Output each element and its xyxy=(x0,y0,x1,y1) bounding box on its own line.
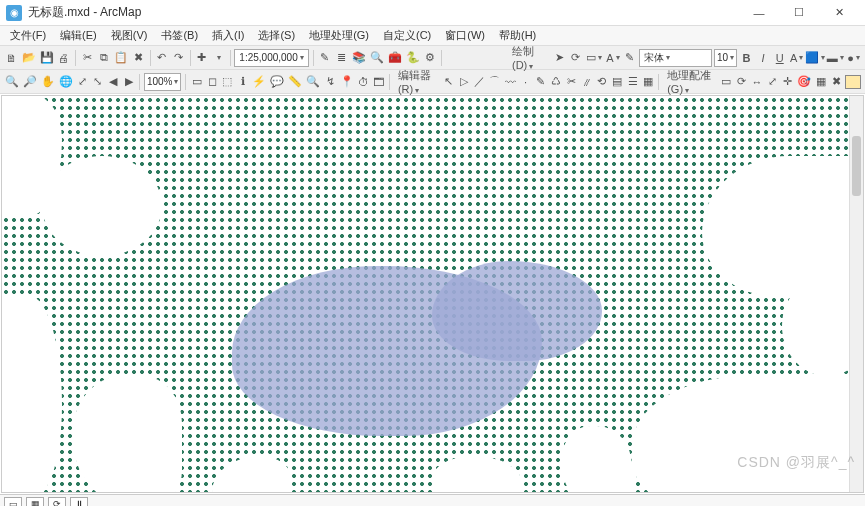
pan-icon[interactable]: ✋ xyxy=(40,73,56,91)
menu-edit[interactable]: 编辑(E) xyxy=(54,26,103,45)
edit-tool-icon[interactable]: ↖ xyxy=(442,73,455,91)
scrollbar-thumb[interactable] xyxy=(852,136,861,196)
open-icon[interactable]: 📂 xyxy=(21,49,37,67)
undo-icon[interactable]: ↶ xyxy=(154,49,169,67)
italic-button[interactable]: I xyxy=(756,49,771,67)
trace-icon[interactable]: 〰 xyxy=(503,73,516,91)
map-canvas[interactable]: CSDN @羽展^_^ xyxy=(1,95,864,493)
clear-selection-icon[interactable]: ◻ xyxy=(205,73,218,91)
cut-polygon-icon[interactable]: ✂ xyxy=(565,73,578,91)
zoom-in-icon[interactable]: 🔍 xyxy=(4,73,20,91)
pause-draw-button[interactable]: ⏸ xyxy=(70,497,88,507)
menu-window[interactable]: 窗口(W) xyxy=(439,26,491,45)
python-icon[interactable]: 🐍 xyxy=(405,49,421,67)
editor-menu-label[interactable]: 编辑器(R) xyxy=(398,68,436,95)
measure-icon[interactable]: 📏 xyxy=(287,73,303,91)
georef-auto-icon[interactable]: 🎯 xyxy=(796,73,812,91)
close-button[interactable]: ✕ xyxy=(819,0,859,26)
attributes-icon[interactable]: ▤ xyxy=(611,73,624,91)
select-elements-icon[interactable]: ⬚ xyxy=(221,73,234,91)
font-color-button[interactable]: A xyxy=(789,49,804,67)
next-extent-icon[interactable]: ▶ xyxy=(122,73,135,91)
menu-view[interactable]: 视图(V) xyxy=(105,26,154,45)
layout-view-tab[interactable]: ▦ xyxy=(26,497,44,507)
toc-icon[interactable]: ≣ xyxy=(334,49,349,67)
zoom-percent-input[interactable]: 100% xyxy=(144,73,182,91)
rotate-tool-icon[interactable]: ⟲ xyxy=(595,73,608,91)
find-route-icon[interactable]: ↯ xyxy=(323,73,336,91)
create-features-icon[interactable]: ▦ xyxy=(641,73,654,91)
create-viewer-icon[interactable]: 🗔 xyxy=(372,73,385,91)
marker-color-button[interactable]: ● xyxy=(846,49,861,67)
menu-select[interactable]: 选择(S) xyxy=(252,26,301,45)
menu-insert[interactable]: 插入(I) xyxy=(206,26,250,45)
add-data-icon[interactable]: ✚ xyxy=(194,49,209,67)
redo-icon[interactable]: ↷ xyxy=(171,49,186,67)
georef-color-swatch[interactable] xyxy=(845,75,861,89)
font-size-select[interactable]: 10 xyxy=(714,49,737,67)
html-popup-icon[interactable]: 💬 xyxy=(269,73,285,91)
maximize-button[interactable]: ☐ xyxy=(779,0,819,26)
select-features-icon[interactable]: ▭ xyxy=(190,73,203,91)
georef-rotate-icon[interactable]: ⟳ xyxy=(735,73,748,91)
underline-button[interactable]: U xyxy=(772,49,787,67)
reshape-icon[interactable]: ♺ xyxy=(549,73,562,91)
minimize-button[interactable]: — xyxy=(739,0,779,26)
georef-scale-icon[interactable]: ⤢ xyxy=(766,73,779,91)
print-icon[interactable]: 🖨 xyxy=(57,49,72,67)
rotate-icon[interactable]: ⟳ xyxy=(569,49,584,67)
delete-icon[interactable]: ✖ xyxy=(131,49,146,67)
menu-geoprocessing[interactable]: 地理处理(G) xyxy=(303,26,375,45)
menu-bookmarks[interactable]: 书签(B) xyxy=(155,26,204,45)
cut-icon[interactable]: ✂ xyxy=(80,49,95,67)
toolbox-icon[interactable]: 🧰 xyxy=(387,49,403,67)
editor-toolbar-icon[interactable]: ✎ xyxy=(318,49,333,67)
fixed-zoom-in-icon[interactable]: ⤢ xyxy=(76,73,89,91)
fill-color-button[interactable]: 🟦 xyxy=(806,49,824,67)
menu-file[interactable]: 文件(F) xyxy=(4,26,52,45)
hyperlink-icon[interactable]: ⚡ xyxy=(251,73,267,91)
bold-button[interactable]: B xyxy=(739,49,754,67)
scale-input[interactable]: 1:25,000,000 xyxy=(234,49,308,67)
goto-xy-icon[interactable]: 📍 xyxy=(339,73,355,91)
paste-icon[interactable]: 📋 xyxy=(113,49,129,67)
time-slider-icon[interactable]: ⏱ xyxy=(357,73,370,91)
pointer-icon[interactable]: ➤ xyxy=(552,49,567,67)
zoom-out-icon[interactable]: 🔎 xyxy=(22,73,38,91)
sketch-props-icon[interactable]: ☰ xyxy=(626,73,639,91)
full-extent-icon[interactable]: 🌐 xyxy=(58,73,74,91)
draw-menu-label[interactable]: 绘制(D) xyxy=(512,44,546,71)
search-icon[interactable]: 🔍 xyxy=(369,49,385,67)
new-icon[interactable]: 🗎 xyxy=(4,49,19,67)
modelbuilder-icon[interactable]: ⚙ xyxy=(423,49,438,67)
georef-shift-icon[interactable]: ↔ xyxy=(750,73,763,91)
georef-layer-icon[interactable]: ▭ xyxy=(720,73,733,91)
refresh-button[interactable]: ⟳ xyxy=(48,497,66,507)
save-icon[interactable]: 💾 xyxy=(39,49,55,67)
georef-link-icon[interactable]: ✛ xyxy=(781,73,794,91)
vertical-scrollbar[interactable] xyxy=(849,96,863,492)
georef-menu-label[interactable]: 地理配准(G) xyxy=(667,68,714,95)
split-icon[interactable]: ⫽ xyxy=(580,73,593,91)
edit-annotation-icon[interactable]: ▷ xyxy=(458,73,471,91)
line-color-button[interactable]: ▬ xyxy=(826,49,844,67)
copy-icon[interactable]: ⧉ xyxy=(97,49,112,67)
catalog-icon[interactable]: 📚 xyxy=(351,49,367,67)
add-data-dropdown[interactable] xyxy=(211,49,226,67)
point-icon[interactable]: · xyxy=(519,73,532,91)
find-icon[interactable]: 🔍 xyxy=(305,73,321,91)
edit-vertices-icon[interactable]: ✎ xyxy=(623,49,638,67)
edit-vertices2-icon[interactable]: ✎ xyxy=(534,73,547,91)
straight-segment-icon[interactable]: ／ xyxy=(473,73,486,91)
font-select[interactable]: 宋体 xyxy=(639,49,712,67)
arc-segment-icon[interactable]: ⌒ xyxy=(488,73,501,91)
fixed-zoom-out-icon[interactable]: ⤡ xyxy=(91,73,104,91)
menu-help[interactable]: 帮助(H) xyxy=(493,26,542,45)
text-tool-icon[interactable]: A xyxy=(605,49,620,67)
georef-table-icon[interactable]: ▦ xyxy=(814,73,827,91)
menu-customize[interactable]: 自定义(C) xyxy=(377,26,437,45)
data-view-tab[interactable]: ▭ xyxy=(4,497,22,507)
georef-delete-icon[interactable]: ✖ xyxy=(829,73,842,91)
prev-extent-icon[interactable]: ◀ xyxy=(107,73,120,91)
rectangle-tool-icon[interactable]: ▭ xyxy=(585,49,603,67)
